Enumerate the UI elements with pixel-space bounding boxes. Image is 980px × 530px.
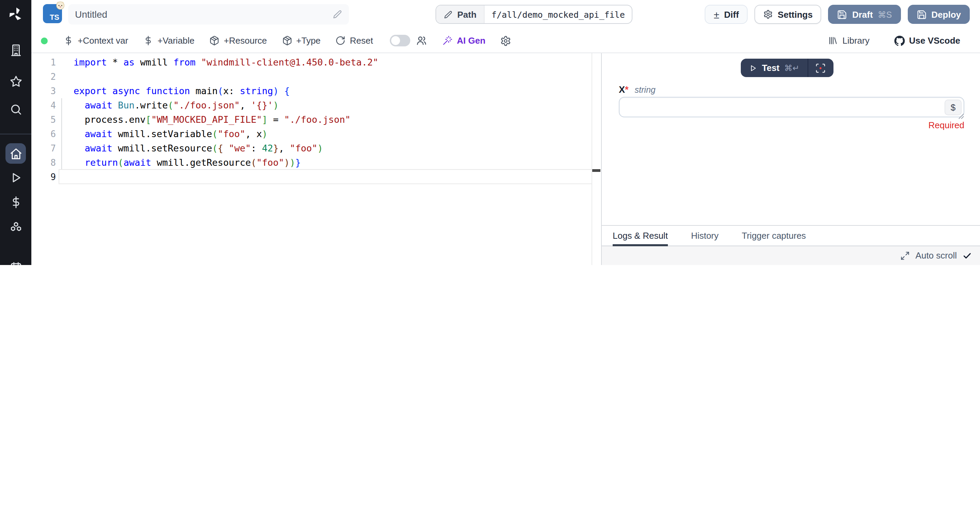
argument-name: X* [619, 85, 629, 95]
library-label: Library [842, 35, 870, 46]
play-icon [9, 171, 22, 184]
code-text: await wmill.setVariable("foo", x) [73, 127, 267, 141]
toolbar-right-group: Library Use VScode [821, 35, 968, 46]
tab-logs-result[interactable]: Logs & Result [612, 226, 668, 246]
package-icon [282, 35, 292, 46]
typescript-language-badge: TS [43, 4, 62, 23]
dollar-icon [9, 195, 22, 208]
sidebar-divider [0, 134, 31, 134]
dollar-icon [64, 35, 73, 46]
tab-history[interactable]: History [691, 226, 719, 246]
type-label: +Type [296, 35, 321, 46]
github-icon [894, 35, 905, 46]
save-icon [837, 9, 848, 19]
draft-button[interactable]: Draft ⌘S [828, 5, 900, 24]
windmill-logo-icon[interactable] [8, 6, 24, 22]
logs-area: Auto scroll No logs are available yet [602, 246, 980, 265]
deploy-button[interactable]: Deploy [907, 5, 970, 24]
multiplayer-toggle[interactable] [390, 35, 410, 46]
check-icon[interactable] [962, 251, 972, 260]
calendar-icon [9, 261, 22, 265]
capture-test-button[interactable] [808, 59, 834, 77]
reset-button[interactable]: Reset [328, 29, 380, 53]
app-sidebar [0, 0, 31, 265]
autoscroll-row: Auto scroll [900, 250, 972, 260]
code-editor[interactable]: 1import * as wmill from "windmill-client… [31, 53, 601, 265]
magic-wand-icon [442, 35, 453, 46]
language-badge-label: TS [50, 13, 59, 21]
settings-button[interactable]: Settings [754, 5, 822, 24]
indent-guide [61, 98, 62, 170]
overview-ruler [592, 53, 592, 265]
star-icon [9, 75, 22, 88]
argument-input[interactable]: $ [619, 97, 964, 117]
editor-settings-button[interactable] [493, 29, 519, 53]
resource-label: +Resource [224, 35, 267, 46]
rotate-icon [336, 35, 346, 46]
code-text: await Bun.write("./foo.json", '{}') [73, 98, 279, 113]
tabs-row: Logs & ResultHistoryTrigger captures [602, 226, 980, 246]
resize-handle-icon[interactable] [958, 113, 964, 120]
toggle-knob [391, 36, 400, 45]
edit-path-button[interactable]: Path [436, 5, 485, 23]
add-variable-button[interactable]: +Variable [135, 29, 202, 53]
code-text: import * as wmill from "windmill-client@… [73, 55, 378, 70]
required-asterisk: * [625, 85, 629, 95]
line-number: 5 [31, 113, 56, 127]
line-number: 1 [31, 55, 56, 70]
sidebar-item-favorites[interactable] [5, 71, 26, 91]
code-text: await wmill.setResource({ "we": 42}, "fo… [73, 141, 323, 155]
vscode-label: Use VScode [909, 35, 960, 46]
expand-logs-icon[interactable] [900, 251, 910, 260]
sidebar-item-schedules[interactable] [5, 257, 26, 265]
path-widget[interactable]: Path f/all/demo_mocked_api_file [436, 5, 632, 24]
top-bar: TS Untitled Path f/all/demo_mocked_api_f… [31, 0, 980, 29]
home-icon [9, 147, 22, 160]
script-title-box[interactable]: Untitled [68, 4, 349, 24]
path-value: f/all/demo_mocked_api_file [485, 5, 632, 23]
edit-title-pencil-icon[interactable] [332, 10, 342, 19]
path-label: Path [457, 9, 476, 19]
sidebar-item-runs[interactable] [5, 167, 26, 188]
gear-icon [501, 35, 511, 46]
sidebar-item-search[interactable] [5, 99, 26, 120]
tab-trigger-captures[interactable]: Trigger captures [742, 226, 806, 246]
library-icon [828, 35, 838, 46]
code-text: export async function main(x: string) { [73, 84, 290, 98]
autoscroll-label[interactable]: Auto scroll [916, 250, 957, 260]
add-resource-button[interactable]: +Resource [202, 29, 274, 53]
argument-row: X* string [619, 85, 655, 95]
ai-gen-button[interactable]: AI Gen [435, 29, 493, 53]
connection-status-dot [41, 37, 48, 44]
diff-label: Diff [724, 9, 739, 19]
test-button-group: Test ⌘↵ [741, 59, 834, 77]
code-text: return(await wmill.getResource("foo"))} [73, 155, 301, 170]
line-number: 4 [31, 98, 56, 113]
sidebar-item-home[interactable] [5, 143, 26, 164]
test-shortcut: ⌘↵ [784, 63, 799, 73]
multiplayer-users-button[interactable] [415, 29, 435, 53]
sidebar-item-variables[interactable] [5, 192, 26, 212]
plus-minus-icon: ± [714, 9, 719, 19]
scan-capture-icon [815, 62, 826, 73]
sidebar-item-workspace[interactable] [5, 40, 26, 60]
bun-runtime-icon [55, 0, 65, 10]
building-icon [9, 43, 22, 56]
current-line-highlight [59, 169, 592, 184]
line-number: 8 [31, 155, 56, 170]
variable-label: +Variable [158, 35, 194, 46]
add-type-button[interactable]: +Type [274, 29, 328, 53]
use-vscode-button[interactable]: Use VScode [887, 35, 968, 46]
deploy-label: Deploy [931, 9, 961, 19]
script-title: Untitled [75, 9, 107, 20]
bottom-tabs-section: Logs & ResultHistoryTrigger captures [602, 225, 980, 246]
code-text: process.env["WM_MOCKED_API_FILE"] = "./f… [73, 113, 351, 127]
windmill-script-editor: TS Untitled Path f/all/demo_mocked_api_f… [0, 0, 980, 265]
context-var-label: +Context var [78, 35, 128, 46]
diff-button[interactable]: ± Diff [705, 5, 748, 24]
test-button[interactable]: Test ⌘↵ [741, 59, 808, 77]
add-context-var-button[interactable]: +Context var [56, 29, 135, 53]
sidebar-item-resources[interactable] [5, 217, 26, 237]
editor-toolbar: +Context var +Variable +Resource +Type R… [31, 29, 980, 53]
library-button[interactable]: Library [821, 35, 877, 46]
